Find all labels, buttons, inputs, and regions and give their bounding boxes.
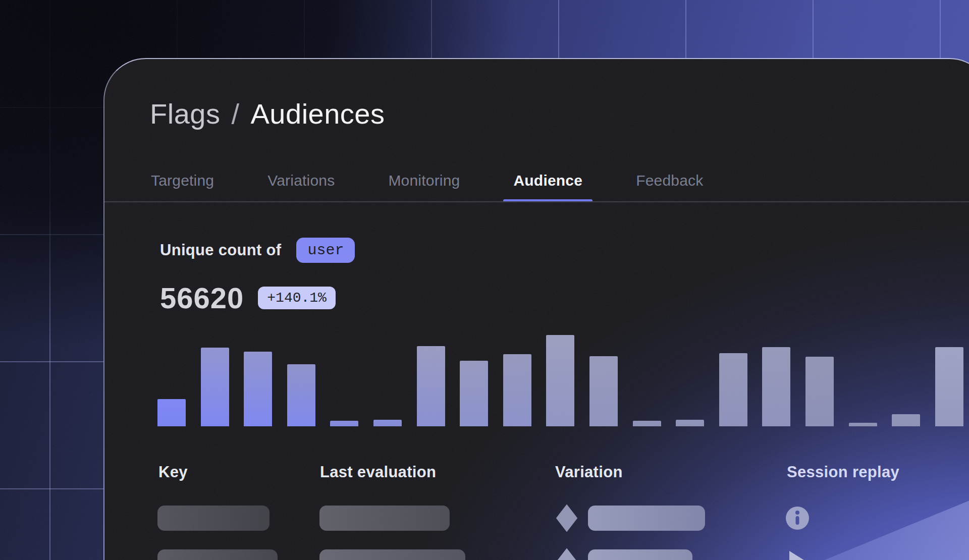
tab-targeting[interactable]: Targeting — [151, 172, 214, 189]
chart-bar — [892, 414, 920, 426]
skeleton-variation-cell — [588, 549, 692, 560]
flags-audiences-card: Flags / Audiences Targeting Variations M… — [103, 58, 969, 560]
chart-bar — [762, 347, 790, 426]
breadcrumb-item-audiences[interactable]: Audiences — [251, 97, 385, 130]
tab-feedback[interactable]: Feedback — [636, 172, 703, 189]
entity-badge: user — [296, 238, 355, 263]
chart-bar — [849, 423, 877, 426]
tab-divider — [104, 201, 969, 202]
column-header-last-evaluation: Last evaluation — [320, 463, 436, 481]
chart-bar — [417, 346, 445, 426]
column-header-variation: Variation — [555, 463, 623, 481]
skeleton-last-evaluation-cell — [319, 549, 465, 560]
chart-bar — [201, 348, 229, 426]
chart-bar — [157, 399, 186, 426]
chart-bar — [676, 420, 704, 426]
chart-bar — [719, 353, 747, 426]
table-row — [104, 506, 969, 533]
tab-bar: Targeting Variations Monitoring Audience… — [151, 172, 703, 189]
page-background: Flags / Audiences Targeting Variations M… — [0, 0, 969, 560]
skeleton-key-cell — [157, 549, 278, 560]
chart-bar — [546, 335, 574, 426]
diamond-icon — [556, 505, 577, 532]
chart-bar — [244, 352, 272, 426]
column-header-session-replay: Session replay — [787, 463, 899, 481]
tab-audience[interactable]: Audience — [513, 172, 582, 189]
chart-bar — [460, 361, 488, 426]
bar-chart — [157, 335, 969, 426]
chart-bar — [330, 421, 358, 426]
breadcrumb-item-flags[interactable]: Flags — [150, 97, 220, 130]
play-icon[interactable] — [787, 550, 811, 560]
tab-monitoring[interactable]: Monitoring — [388, 172, 460, 189]
skeleton-variation-cell — [588, 506, 705, 531]
breadcrumb: Flags / Audiences — [150, 97, 385, 130]
metric-header: Unique count of user — [160, 238, 355, 263]
chart-bar — [935, 347, 963, 426]
skeleton-last-evaluation-cell — [319, 506, 450, 531]
chart-bar — [805, 357, 834, 426]
delta-badge: +140.1% — [258, 287, 336, 309]
metric-value-row: 56620 +140.1% — [160, 281, 336, 315]
chart-bar — [503, 354, 531, 426]
chart-bar — [373, 420, 402, 426]
tab-variations[interactable]: Variations — [267, 172, 335, 189]
skeleton-key-cell — [157, 506, 270, 531]
chart-bar — [287, 364, 315, 426]
chart-bar — [633, 421, 661, 426]
diamond-icon — [556, 548, 577, 560]
metric-value: 56620 — [160, 281, 244, 315]
breadcrumb-separator: / — [231, 97, 239, 130]
chart-bar — [589, 356, 618, 426]
info-icon[interactable] — [786, 507, 809, 530]
metric-label: Unique count of — [160, 241, 281, 259]
column-header-key: Key — [158, 463, 188, 481]
